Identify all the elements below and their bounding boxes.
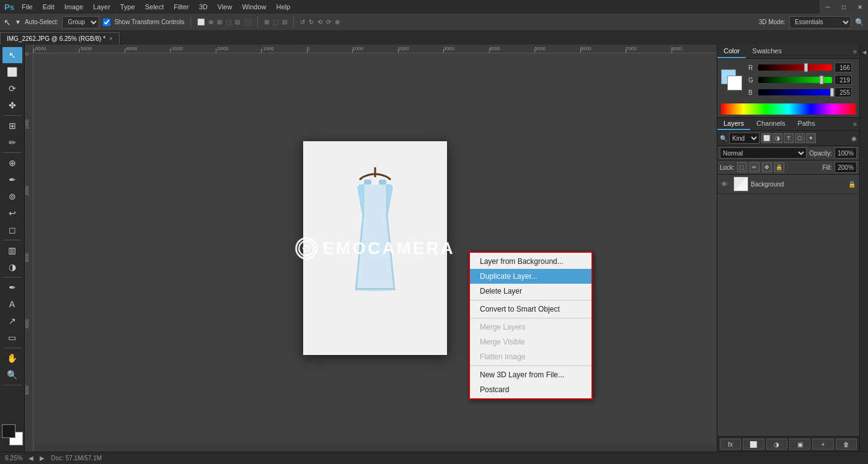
healing-tool[interactable]: ⊕	[2, 155, 22, 171]
opacity-input[interactable]	[835, 147, 857, 159]
eyedropper-tool[interactable]: ✏	[2, 134, 22, 151]
g-thumb[interactable]	[820, 76, 823, 84]
g-value-input[interactable]	[835, 75, 852, 85]
add-adjustment-button[interactable]: ◑	[766, 439, 787, 450]
tab-layers[interactable]: Layers	[717, 118, 750, 130]
lock-all-icon[interactable]: 🔒	[774, 162, 784, 172]
foreground-color[interactable]	[2, 424, 16, 438]
magic-wand-tool[interactable]: ✤	[2, 97, 22, 113]
document-tab[interactable]: IMG_2262.JPG @ 6.25% (RGB/8) * ×	[0, 32, 120, 45]
color-background-preview[interactable]	[727, 76, 742, 90]
essentials-dropdown[interactable]: Essentials	[789, 16, 851, 28]
brush-tool[interactable]: ✒	[2, 172, 22, 188]
status-arrow-right[interactable]: ▶	[40, 455, 45, 462]
minimize-button[interactable]: ─	[820, 0, 836, 14]
move-tool[interactable]: ↖	[2, 47, 22, 63]
filter-adjustment-icon[interactable]: ◑	[773, 133, 782, 143]
menu-3d[interactable]: 3D	[195, 2, 212, 12]
r-slider[interactable]	[758, 64, 832, 71]
filter-toggle-icon[interactable]: ◉	[851, 135, 857, 142]
menu-image[interactable]: Image	[60, 2, 88, 12]
pen-tool[interactable]: ✒	[2, 279, 22, 295]
hand-tool[interactable]: ✋	[2, 350, 22, 366]
ctx-duplicate-layer[interactable]: Duplicate Layer...	[470, 269, 591, 284]
history-tool[interactable]: ↩	[2, 205, 22, 221]
lock-pixels-icon[interactable]: ✏	[750, 162, 760, 172]
ctx-postcard[interactable]: Postcard	[470, 382, 591, 397]
close-button[interactable]: ✕	[852, 0, 868, 14]
color-sliders: R G B	[745, 61, 856, 98]
clone-tool[interactable]: ⊚	[2, 188, 22, 204]
crop-tool[interactable]: ⊞	[2, 118, 22, 134]
ctx-delete-layer[interactable]: Delete Layer	[470, 284, 591, 299]
filter-smart-icon[interactable]: ✦	[806, 133, 816, 143]
r-value-input[interactable]	[835, 63, 852, 72]
filter-pixel-icon[interactable]: ⬜	[761, 133, 771, 143]
transform-icon-7: ⊞	[264, 19, 269, 25]
menu-window[interactable]: Window	[237, 2, 270, 12]
dodge-tool[interactable]: ◑	[2, 259, 22, 275]
layer-visibility-icon[interactable]: 👁	[721, 180, 731, 188]
blend-mode-select[interactable]: Normal Multiply Screen	[720, 147, 807, 159]
layer-item-background[interactable]: 👁 Background 🔒	[717, 175, 859, 194]
color-spectrum[interactable]	[721, 103, 856, 115]
lasso-tool[interactable]: ⟳	[2, 81, 22, 97]
tab-channels[interactable]: Channels	[750, 118, 791, 130]
text-tool[interactable]: A	[2, 296, 22, 312]
r-thumb[interactable]	[804, 63, 808, 72]
menu-select[interactable]: Select	[141, 2, 169, 12]
b-thumb[interactable]	[830, 88, 834, 97]
path-select-tool[interactable]: ↗	[2, 313, 22, 329]
layers-panel-menu-icon[interactable]: ≡	[853, 121, 857, 128]
3d-mode-icon-5: ⊕	[335, 19, 340, 25]
b-value-input[interactable]	[835, 87, 852, 97]
layers-panel-tabs: Layers Channels Paths ≡	[717, 118, 859, 131]
filter-type-icon[interactable]: T	[784, 133, 794, 143]
color-panel-menu-icon[interactable]: ≡	[853, 48, 857, 55]
status-arrow-left[interactable]: ◀	[29, 455, 33, 462]
ctx-merge-layers: Merge Layers	[470, 320, 591, 335]
gradient-tool[interactable]: ▥	[2, 242, 22, 258]
maximize-button[interactable]: □	[836, 0, 852, 14]
eraser-tool[interactable]: ◻	[2, 222, 22, 238]
new-layer-button[interactable]: +	[812, 439, 833, 450]
filter-shape-icon[interactable]: ⬡	[795, 133, 805, 143]
selection-tool[interactable]: ⬜	[2, 64, 22, 80]
auto-select-dropdown[interactable]: Group Layer	[62, 16, 99, 28]
show-transform-checkbox[interactable]	[103, 19, 110, 26]
tab-color[interactable]: Color	[717, 45, 746, 58]
kind-filter-select[interactable]: Kind Name Effect	[729, 133, 760, 144]
ctx-layer-from-background[interactable]: Layer from Background...	[470, 254, 591, 269]
menu-edit[interactable]: Edit	[38, 2, 59, 12]
menu-type[interactable]: Type	[116, 2, 140, 12]
left-ruler: 0100020003000400050006000	[25, 53, 33, 452]
ctx-convert-smart-object[interactable]: Convert to Smart Object	[470, 302, 591, 317]
delete-layer-button[interactable]: 🗑	[836, 439, 857, 450]
lock-transparent-icon[interactable]: ⬚	[737, 162, 747, 172]
layer-lock-indicator: 🔒	[848, 181, 856, 188]
panel-collapse-strip[interactable]: ◀	[859, 45, 868, 452]
transform-icon-8: ⬚	[273, 19, 278, 25]
menu-file[interactable]: File	[17, 2, 37, 12]
add-mask-button[interactable]: ⬜	[743, 439, 764, 450]
shape-tool[interactable]: ▭	[2, 330, 22, 346]
search-icon[interactable]: 🔍	[855, 18, 864, 27]
menu-layer[interactable]: Layer	[89, 2, 115, 12]
lock-position-icon[interactable]: ✥	[762, 162, 772, 172]
3d-mode-icon-3: ⟲	[317, 19, 322, 25]
zoom-tool[interactable]: 🔍	[2, 367, 22, 383]
ctx-new-3d-layer[interactable]: New 3D Layer from File...	[470, 367, 591, 382]
group-layers-button[interactable]: ▣	[789, 439, 810, 450]
menu-filter[interactable]: Filter	[169, 2, 193, 12]
tab-swatches[interactable]: Swatches	[746, 45, 788, 58]
tab-paths[interactable]: Paths	[792, 118, 822, 130]
menu-view[interactable]: View	[213, 2, 237, 12]
ruler-corner	[25, 45, 33, 53]
menu-help[interactable]: Help	[272, 2, 295, 12]
tab-close-icon[interactable]: ×	[109, 35, 113, 42]
b-slider[interactable]	[758, 89, 832, 95]
g-slider[interactable]	[758, 77, 832, 83]
fill-input[interactable]	[835, 162, 857, 173]
add-layer-style-button[interactable]: fx	[720, 439, 741, 450]
canvas-inner[interactable]: EMOCAMERA	[33, 53, 717, 443]
